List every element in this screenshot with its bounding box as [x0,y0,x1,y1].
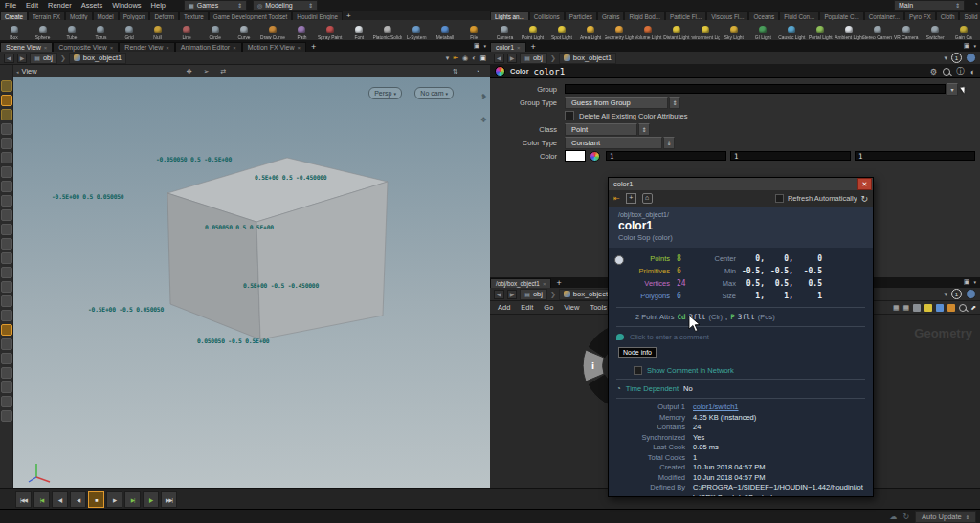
view-option-icon[interactable]: ❖ [480,116,487,124]
viewport-tool-icon[interactable] [1,295,12,307]
background-image-icon[interactable] [936,304,944,312]
viewport-tool-icon[interactable] [1,267,12,278]
add-shelf-tab-button[interactable]: + [343,11,355,20]
path-node-chip[interactable]: box_object1 [559,53,616,64]
viewport-tool-icon[interactable] [1,324,12,336]
expand-icon[interactable]: + [626,193,636,204]
viewport-tool-icon[interactable] [1,252,12,264]
shelf-tool-tube[interactable]: Tube [57,24,86,40]
viewport-tool-icon[interactable] [1,181,12,192]
shelf-tool-portal-light[interactable]: Portal Light [806,24,835,40]
shelf-tab-modify[interactable]: Modify [65,11,93,20]
desktop-games-select[interactable]: ▦ Games ⇕ [184,0,247,11]
delete-attrs-checkbox[interactable] [565,111,574,120]
shelf-tool-metaball[interactable]: Metaball [431,24,459,40]
pane-tab-scene-view[interactable]: Scene View× [0,42,53,52]
pane-tab-animation-editor[interactable]: Animation Editor× [175,42,242,52]
shelf-tab-terrain-fx[interactable]: Terrain FX [28,11,65,20]
viewport-tool-icon[interactable] [1,195,12,207]
path-root-chip[interactable]: ▤ obj [520,53,547,64]
refresh-auto-checkbox[interactable] [775,194,784,203]
menu-render[interactable]: Render [43,1,77,10]
handles-tool-icon[interactable]: ⇄ [220,68,226,76]
viewport-tool-icon[interactable] [1,123,12,135]
dropdown-icon[interactable]: ▾ [947,83,958,96]
shelf-tab-pyro-fx[interactable]: Pyro FX [904,11,936,20]
menu-assets[interactable]: Assets [77,1,108,10]
shelf-tab-deform[interactable]: Deform [149,11,179,20]
pane-tab-render-view[interactable]: Render View× [119,42,174,52]
pane-tab-motion-fx-view[interactable]: Motion FX View× [242,42,306,52]
dropdown-icon[interactable]: ▾ [944,54,947,62]
node-info-window[interactable]: color1 ✕ ⇤ + ⌂ Refresh Automatically ↻ /… [608,177,874,497]
shelf-tool-l-system[interactable]: L-System [402,24,431,40]
viewport-tool-icon[interactable] [1,338,12,350]
group-input[interactable] [565,84,946,94]
viewport-tool-icon[interactable] [1,381,12,393]
select-arrow-icon[interactable] [960,85,967,93]
viewport-tool-icon[interactable] [1,396,12,407]
shelf-tool-font[interactable]: Font [345,24,373,40]
color-type-select[interactable]: Constant [565,137,662,149]
close-icon[interactable]: × [233,45,236,51]
shelf-tab-particle-fl-[interactable]: Particle Fl... [665,11,706,20]
shelf-tool-spray-paint[interactable]: Spray Paint [316,24,345,40]
pane-menu-icon[interactable]: ▾ [973,43,976,49]
viewport-tool-icon[interactable] [1,224,12,235]
shelf-tool-ambient-light[interactable]: Ambient Light [835,24,863,40]
shelf-tab-oceans[interactable]: Oceans [748,11,779,20]
step-back-button[interactable]: ◀| [52,491,68,508]
viewport-tool-icon[interactable] [1,138,12,149]
prev-keyframe-button[interactable]: |◀ [33,491,50,508]
stop-button[interactable]: ■ [88,491,104,508]
dropdown-icon[interactable]: ▾ [446,54,450,62]
shelf-tool-line[interactable]: Line [172,24,201,40]
menu-windows[interactable]: Windows [107,1,145,10]
shelf-tab-collisions[interactable]: Collisions [529,11,565,20]
color-g-input[interactable]: 1 [730,151,851,161]
close-button[interactable]: ✕ [858,178,872,190]
color-swatch[interactable] [565,150,586,162]
shelf-tool-environment-light[interactable]: Environment Light [691,24,720,40]
recook-icon[interactable]: ↻ [902,512,909,521]
shelf-tab-populate-c-[interactable]: Populate C... [819,11,863,20]
translate-tool-icon[interactable]: ➢ [204,68,210,76]
pin-count-icon[interactable]: 1 [951,289,962,299]
help-icon[interactable]: ◔ [476,68,479,76]
shelf-tab-texture[interactable]: Texture [179,11,209,20]
scene-viewport[interactable]: -0.050050 0.5 -0.5E+000.5E+00 0.5 -0.450… [13,77,490,488]
spin-icon[interactable]: ⇕ [638,123,650,136]
menu-help[interactable]: Help [146,1,170,10]
shelf-tab-grains[interactable]: Grains [597,11,625,20]
spin-icon[interactable]: ⇕ [669,97,680,109]
shelf-tab-houdini-engine[interactable]: Houdini Engine [292,11,343,20]
network-menu-add[interactable]: Add [498,303,510,312]
pane-menu-icon[interactable]: ▾ [973,279,976,285]
shelf-tool-grid[interactable]: Grid [115,24,144,40]
close-icon[interactable]: × [166,45,169,51]
shelf-tool-distant-light[interactable]: Distant Light [662,24,691,40]
network-menu-go[interactable]: Go [544,303,553,312]
comment-entry[interactable]: Click to enter a comment [609,329,873,345]
help-clock-icon[interactable]: ◔ [973,0,978,9]
shelf-tool-curve[interactable]: Curve [230,24,258,40]
shelf-tool-point-light[interactable]: Point Light [519,24,547,40]
shelf-tool-draw-curve[interactable]: Draw Curve [258,24,287,40]
viewport-tool-icon[interactable] [1,410,12,422]
color-wheel-icon[interactable] [590,151,600,162]
back-icon[interactable]: ◀ [494,290,504,299]
update-mode-select[interactable]: Auto Update ⇕ [915,511,976,523]
gear-icon[interactable]: ⚙ [930,67,938,76]
viewport-tool-icon[interactable] [1,353,12,364]
shelf-tool-path[interactable]: Path [287,24,316,40]
display-icon[interactable]: ▣ [479,54,486,62]
viewport-tool-icon[interactable] [1,166,12,178]
shelf-tool-caustic-light[interactable]: Caustic Light [777,24,806,40]
linked-icon[interactable] [966,289,976,299]
shelf-tool-torus[interactable]: Torus [86,24,115,40]
message-icon[interactable]: ☁ [889,512,897,521]
shelf-tab-model[interactable]: Model [93,11,119,20]
viewport-tool-icon[interactable] [1,152,12,163]
viewport-tool-icon[interactable] [1,310,12,321]
close-icon[interactable]: × [44,45,48,51]
